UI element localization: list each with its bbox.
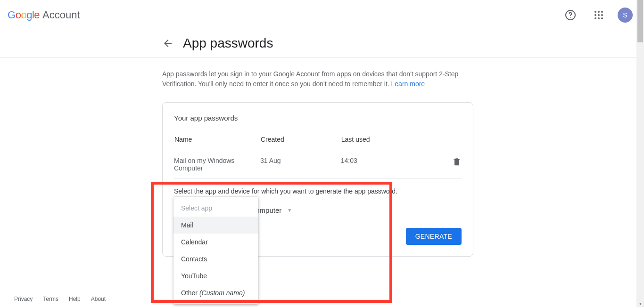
help-icon[interactable] xyxy=(561,6,580,24)
scrollbar-thumb[interactable] xyxy=(637,0,643,42)
app-dropdown: Select app Mail Calendar Contacts YouTub… xyxy=(173,197,258,304)
top-bar: Google Account S xyxy=(0,0,644,30)
col-name: Name xyxy=(174,135,260,150)
generate-instruction: Select the app and device for which you … xyxy=(174,187,462,195)
table-header-row: Name Created Last used xyxy=(174,135,462,150)
scrollbar[interactable]: ▴ ▾ xyxy=(636,0,644,307)
intro-text: App passwords let you sign in to your Go… xyxy=(162,69,473,89)
footer-privacy[interactable]: Privacy xyxy=(14,296,33,302)
generate-button[interactable]: GENERATE xyxy=(406,228,462,245)
apps-grid-icon[interactable] xyxy=(589,6,608,24)
cell-last-used: 14:03 xyxy=(341,150,421,179)
scrollbar-down-icon[interactable]: ▾ xyxy=(636,299,644,307)
passwords-table: Name Created Last used Mail on my Window… xyxy=(174,135,462,179)
cell-created: 31 Aug xyxy=(260,150,341,179)
google-account-logo[interactable]: Google Account xyxy=(8,9,80,21)
back-arrow-icon[interactable] xyxy=(162,38,173,49)
dropdown-item-other-label: Other xyxy=(181,289,199,297)
title-row: App passwords xyxy=(0,30,644,57)
avatar[interactable]: S xyxy=(618,8,633,23)
col-actions xyxy=(421,135,462,150)
avatar-letter: S xyxy=(623,11,627,19)
dropdown-item-contacts[interactable]: Contacts xyxy=(173,250,258,267)
cell-name: Mail on my Windows Computer xyxy=(174,150,260,179)
dropdown-item-calendar[interactable]: Calendar xyxy=(173,234,258,250)
trash-icon[interactable] xyxy=(452,157,462,166)
col-created: Created xyxy=(260,135,341,150)
footer: Privacy Terms Help About xyxy=(14,296,106,302)
col-last-used: Last used xyxy=(341,135,421,150)
footer-terms[interactable]: Terms xyxy=(43,296,58,302)
learn-more-link[interactable]: Learn more xyxy=(391,80,425,88)
account-label: Account xyxy=(42,9,80,21)
dropdown-item-other[interactable]: Other (Custom name) xyxy=(173,284,258,301)
svg-point-1 xyxy=(570,17,571,18)
google-logo: Google xyxy=(8,9,40,21)
dropdown-header: Select app xyxy=(173,200,258,217)
dropdown-item-youtube[interactable]: YouTube xyxy=(173,267,258,284)
chevron-down-icon: ▼ xyxy=(287,208,292,213)
page-title: App passwords xyxy=(183,36,273,51)
card-title: Your app passwords xyxy=(174,114,462,122)
table-row: Mail on my Windows Computer 31 Aug 14:03 xyxy=(174,150,462,179)
topbar-right: S xyxy=(561,6,636,24)
dropdown-item-other-suffix: (Custom name) xyxy=(199,289,245,297)
footer-help[interactable]: Help xyxy=(69,296,81,302)
footer-about[interactable]: About xyxy=(91,296,106,302)
dropdown-item-mail[interactable]: Mail xyxy=(173,217,258,234)
